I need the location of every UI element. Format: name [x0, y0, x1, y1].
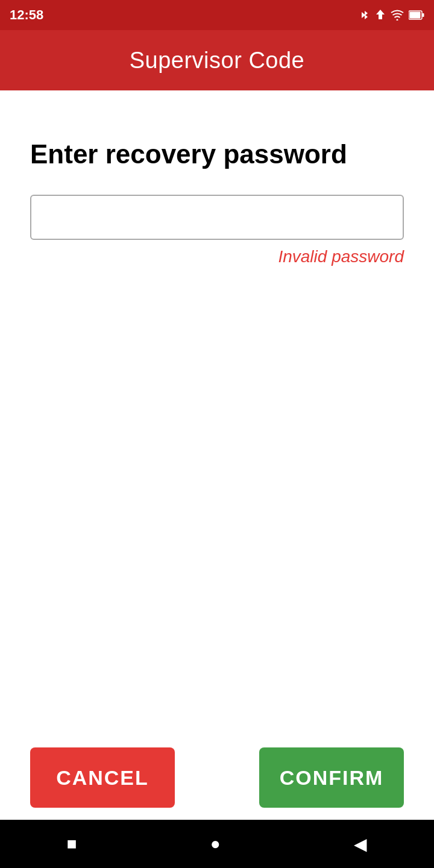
svg-rect-4: [423, 13, 424, 17]
wifi-icon: [391, 10, 404, 20]
svg-rect-3: [410, 12, 421, 19]
header: Supervisor Code: [0, 30, 434, 90]
prompt-title: Enter recovery password: [30, 139, 404, 171]
status-icons: [359, 8, 424, 22]
error-message: Invalid password: [30, 247, 404, 266]
cancel-button[interactable]: CANCEL: [30, 747, 175, 808]
main-content: Enter recovery password Invalid password: [0, 90, 434, 760]
page-title: Supervisor Code: [130, 48, 305, 74]
status-bar: 12:58: [0, 0, 434, 30]
android-nav-bar: ■ ● ◀: [0, 820, 434, 868]
status-time: 12:58: [10, 7, 43, 23]
svg-marker-0: [376, 10, 385, 19]
svg-point-1: [397, 19, 398, 21]
password-input[interactable]: [30, 195, 404, 240]
bottom-buttons: CANCEL CONFIRM: [0, 747, 434, 808]
confirm-button[interactable]: CONFIRM: [259, 747, 404, 808]
nav-square-icon[interactable]: ■: [67, 834, 77, 854]
nav-back-icon[interactable]: ◀: [354, 834, 367, 854]
battery-icon: [409, 10, 424, 20]
upload-icon: [375, 8, 386, 22]
bluetooth-icon: [359, 8, 370, 22]
nav-circle-icon[interactable]: ●: [210, 834, 221, 854]
